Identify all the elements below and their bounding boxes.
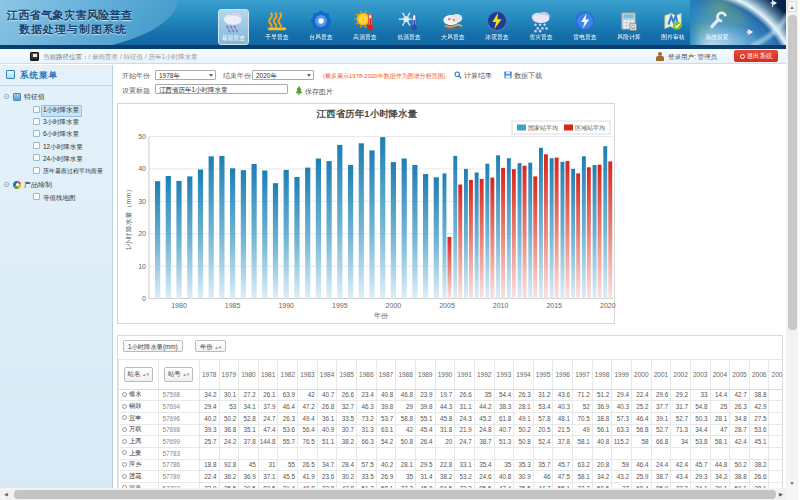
svg-text:1990: 1990 — [278, 302, 294, 309]
svg-text:40: 40 — [138, 165, 146, 172]
svg-text:2020: 2020 — [600, 302, 616, 309]
svg-text:G: G — [631, 24, 635, 30]
svg-text:20: 20 — [138, 230, 146, 237]
svg-text:2000: 2000 — [386, 302, 402, 309]
svg-text:0: 0 — [142, 295, 146, 302]
svg-text:2010: 2010 — [493, 302, 509, 309]
svg-text:1985: 1985 — [225, 302, 241, 309]
svg-text:年份: 年份 — [374, 312, 389, 320]
svg-text:1995: 1995 — [332, 302, 348, 309]
svg-text:1小时降水量（mm）: 1小时降水量（mm） — [125, 186, 133, 251]
svg-text:50: 50 — [138, 133, 146, 140]
svg-text:10: 10 — [138, 263, 146, 270]
svg-text:区域站平均: 区域站平均 — [575, 124, 605, 132]
svg-text:30: 30 — [138, 198, 146, 205]
svg-text:2005: 2005 — [439, 302, 455, 309]
svg-text:2015: 2015 — [546, 302, 562, 309]
svg-text:国家站平均: 国家站平均 — [528, 124, 558, 132]
svg-text:江西省历年1小时降水量: 江西省历年1小时降水量 — [316, 108, 418, 119]
svg-text:1980: 1980 — [171, 302, 187, 309]
